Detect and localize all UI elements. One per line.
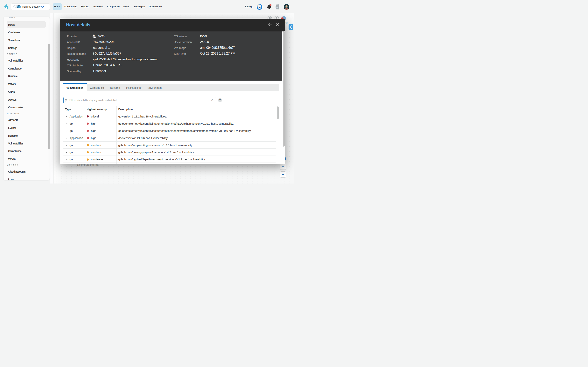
svg-text:AI: AI [277, 6, 278, 8]
svg-text:a: a [93, 33, 95, 37]
